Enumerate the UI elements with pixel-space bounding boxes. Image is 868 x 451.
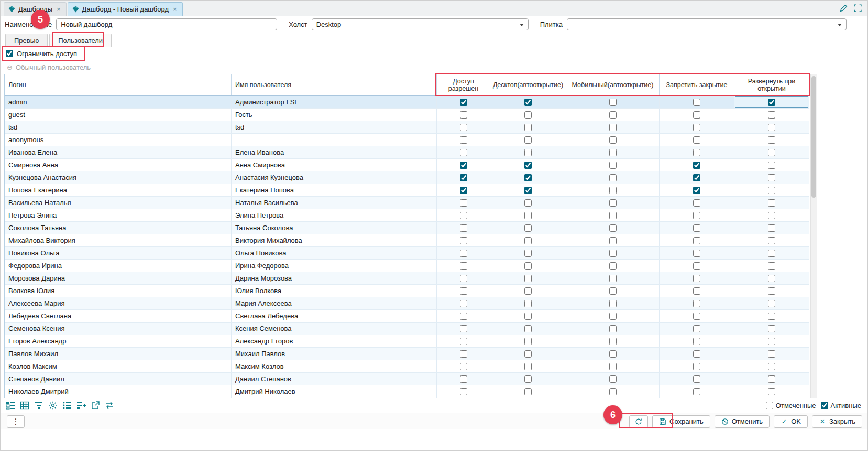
table-row[interactable]: adminАдминистратор LSF xyxy=(5,96,809,109)
mobile-autoopen-checkbox[interactable] xyxy=(609,262,617,270)
more-options-button[interactable]: ⋮ xyxy=(7,415,25,428)
tab-users[interactable]: Пользователи xyxy=(49,34,112,47)
expand-on-open-checkbox[interactable] xyxy=(768,275,775,282)
access-allowed-checkbox[interactable] xyxy=(460,212,467,219)
filter-icon[interactable] xyxy=(34,401,43,410)
expand-on-open-checkbox[interactable] xyxy=(768,224,775,232)
tab-close-icon[interactable]: × xyxy=(57,5,61,13)
expand-on-open-checkbox[interactable] xyxy=(768,124,775,131)
column-header-desktop-autoopen[interactable]: Десктоп(автооткрытие) xyxy=(490,74,566,95)
access-allowed-checkbox[interactable] xyxy=(460,275,467,282)
open-external-icon[interactable] xyxy=(91,401,100,410)
mobile-autoopen-checkbox[interactable] xyxy=(609,124,617,131)
desktop-autoopen-checkbox[interactable] xyxy=(524,237,532,244)
mobile-autoopen-checkbox[interactable] xyxy=(609,162,617,169)
expand-on-open-checkbox[interactable] xyxy=(768,338,775,345)
access-allowed-checkbox[interactable] xyxy=(460,124,467,131)
desktop-autoopen-checkbox[interactable] xyxy=(524,224,532,232)
access-allowed-checkbox[interactable] xyxy=(460,149,467,156)
expand-on-open-checkbox[interactable] xyxy=(768,99,775,106)
table-row[interactable]: Иванова ЕленаЕлена Иванова xyxy=(5,146,809,159)
name-input[interactable] xyxy=(56,18,277,30)
expand-on-open-checkbox[interactable] xyxy=(768,199,775,207)
prohibit-close-checkbox[interactable] xyxy=(693,275,700,282)
desktop-autoopen-checkbox[interactable] xyxy=(524,350,532,358)
table-row[interactable]: Егоров АлександрАлександр Егоров xyxy=(5,335,809,348)
cancel-button[interactable]: Отменить xyxy=(715,415,770,428)
table-row[interactable]: Морозова ДаринаДарина Морозова xyxy=(5,272,809,285)
mobile-autoopen-checkbox[interactable] xyxy=(609,275,617,282)
access-allowed-checkbox[interactable] xyxy=(460,174,467,181)
prohibit-close-checkbox[interactable] xyxy=(693,388,700,395)
column-header-expand-on-open[interactable]: Развернуть при открытии xyxy=(734,74,809,95)
tab-close-icon[interactable]: × xyxy=(173,5,177,13)
access-allowed-checkbox[interactable] xyxy=(460,375,467,383)
desktop-autoopen-checkbox[interactable] xyxy=(524,124,532,131)
expand-on-open-checkbox[interactable] xyxy=(768,136,775,144)
list-icon[interactable] xyxy=(62,401,72,410)
desktop-autoopen-checkbox[interactable] xyxy=(524,287,532,295)
prohibit-close-checkbox[interactable] xyxy=(693,325,700,332)
expand-on-open-checkbox[interactable] xyxy=(768,174,775,181)
prohibit-close-checkbox[interactable] xyxy=(693,338,700,345)
mobile-autoopen-checkbox[interactable] xyxy=(609,149,617,156)
prohibit-close-checkbox[interactable] xyxy=(693,174,700,181)
access-allowed-checkbox[interactable] xyxy=(460,187,467,194)
edit-pencil-icon[interactable] xyxy=(839,4,848,13)
desktop-autoopen-checkbox[interactable] xyxy=(524,363,532,370)
expand-on-open-checkbox[interactable] xyxy=(768,187,775,194)
expand-on-open-checkbox[interactable] xyxy=(768,287,775,295)
settings-gear-icon[interactable] xyxy=(48,401,58,410)
desktop-autoopen-checkbox[interactable] xyxy=(524,187,532,194)
access-allowed-checkbox[interactable] xyxy=(460,363,467,370)
restrict-access-checkbox[interactable] xyxy=(6,50,13,57)
column-header-mobile-autoopen[interactable]: Мобильный(автооткрытие) xyxy=(566,74,660,95)
access-allowed-checkbox[interactable] xyxy=(460,162,467,169)
canvas-select[interactable]: Desktop xyxy=(312,18,529,30)
desktop-autoopen-checkbox[interactable] xyxy=(524,275,532,282)
mobile-autoopen-checkbox[interactable] xyxy=(609,174,617,181)
prohibit-close-checkbox[interactable] xyxy=(693,99,700,106)
mobile-autoopen-checkbox[interactable] xyxy=(609,375,617,383)
desktop-autoopen-checkbox[interactable] xyxy=(524,250,532,257)
access-allowed-checkbox[interactable] xyxy=(460,300,467,307)
access-allowed-checkbox[interactable] xyxy=(460,224,467,232)
maximize-icon[interactable] xyxy=(853,4,862,13)
access-allowed-checkbox[interactable] xyxy=(460,313,467,320)
access-allowed-checkbox[interactable] xyxy=(460,199,467,207)
refresh-button[interactable] xyxy=(629,415,648,428)
prohibit-close-checkbox[interactable] xyxy=(693,375,700,383)
table-row[interactable]: Кузнецова АнастасияАнастасия Кузнецова xyxy=(5,171,809,184)
expand-on-open-checkbox[interactable] xyxy=(768,313,775,320)
expand-on-open-checkbox[interactable] xyxy=(768,388,775,395)
table-row[interactable]: Соколова ТатьянаТатьяна Соколова xyxy=(5,222,809,234)
prohibit-close-checkbox[interactable] xyxy=(693,250,700,257)
ok-button[interactable]: ✓ OK xyxy=(774,415,808,428)
collapse-circle-icon[interactable]: ⊖ xyxy=(7,63,13,71)
table-row[interactable]: Николаев ДмитрийДмитрий Николаев xyxy=(5,385,809,398)
table-row[interactable]: Михайлова ВикторияВиктория Михайлова xyxy=(5,234,809,247)
desktop-autoopen-checkbox[interactable] xyxy=(524,375,532,383)
mobile-autoopen-checkbox[interactable] xyxy=(609,99,617,106)
desktop-autoopen-checkbox[interactable] xyxy=(524,212,532,219)
mobile-autoopen-checkbox[interactable] xyxy=(609,224,617,232)
table-row[interactable]: Петрова ЭлинаЭлина Петрова xyxy=(5,209,809,222)
active-filter[interactable]: Активные xyxy=(821,402,861,410)
prohibit-close-checkbox[interactable] xyxy=(693,313,700,320)
prohibit-close-checkbox[interactable] xyxy=(693,237,700,244)
desktop-autoopen-checkbox[interactable] xyxy=(524,174,532,181)
tile-select[interactable] xyxy=(567,18,847,30)
desktop-autoopen-checkbox[interactable] xyxy=(524,136,532,144)
expand-on-open-checkbox[interactable] xyxy=(768,262,775,270)
expand-on-open-checkbox[interactable] xyxy=(768,250,775,257)
table-row[interactable]: Алексеева МарияМария Алексеева xyxy=(5,297,809,310)
mobile-autoopen-checkbox[interactable] xyxy=(609,338,617,345)
mobile-autoopen-checkbox[interactable] xyxy=(609,187,617,194)
mobile-autoopen-checkbox[interactable] xyxy=(609,287,617,295)
expand-on-open-checkbox[interactable] xyxy=(768,149,775,156)
access-allowed-checkbox[interactable] xyxy=(460,325,467,332)
mobile-autoopen-checkbox[interactable] xyxy=(609,212,617,219)
mobile-autoopen-checkbox[interactable] xyxy=(609,350,617,358)
table-row[interactable]: Семенова КсенияКсения Семенова xyxy=(5,323,809,335)
desktop-autoopen-checkbox[interactable] xyxy=(524,313,532,320)
